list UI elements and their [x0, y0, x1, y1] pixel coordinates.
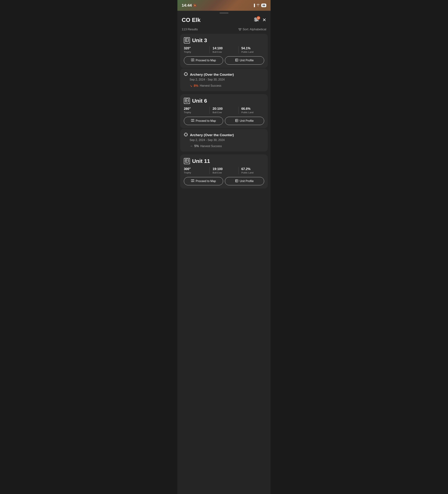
- season-dates-1: Sep 2, 2024 - Sep 30, 2024: [189, 138, 264, 142]
- unit-stat-land-2: 67.2% Public Land: [241, 167, 264, 174]
- unit-map-icon-2: [184, 158, 190, 164]
- season-title-0: Archery (Over the Counter): [190, 73, 234, 77]
- svg-point-1: [255, 18, 256, 19]
- harvest-pct-1: 5%: [194, 144, 199, 148]
- harvest-row-1: → 5% Harvest Success: [189, 144, 264, 148]
- map-background: 14:44 🔕 ▐ 88: [177, 0, 271, 11]
- unit-stat-trophy-1: 280" Trophy: [184, 107, 207, 114]
- map-btn-icon-0: [191, 59, 194, 62]
- svg-marker-40: [191, 179, 194, 182]
- status-right: ▐ 88: [253, 4, 266, 7]
- season-header-0: Archery (Over the Counter): [184, 72, 264, 77]
- unit-actions-0: Proceed to Map Unit Profile: [184, 56, 264, 65]
- unit-actions-2: Proceed to Map Unit Profile: [184, 177, 264, 186]
- harvest-pct-0: 8%: [194, 84, 198, 88]
- proceed-btn-label-0: Proceed to Map: [196, 59, 216, 62]
- harvest-row-0: ↘ 8% Harvest Success: [189, 84, 264, 88]
- unit-stat-trophy-2: 300" Trophy: [184, 167, 207, 174]
- app-content: CO Elk 12 ✕ 113 R: [177, 13, 271, 494]
- harvest-trend-icon-0: ↘: [189, 84, 192, 88]
- unit-stat-bullcow-0: 14:100 Bull:Cow: [212, 47, 235, 53]
- season-dates-0: Sep 2, 2024 - Sep 30, 2024: [189, 78, 264, 81]
- filter-button[interactable]: 12: [254, 18, 259, 23]
- unit-stat-trophy-0: 320" Trophy: [184, 47, 207, 53]
- unit-card-1: Unit 6 280" Trophy 20:100 Bull:Cow: [180, 94, 268, 128]
- unit-name-1: Unit 6: [192, 98, 207, 104]
- page-title: CO Elk: [182, 17, 200, 23]
- bell-icon: 🔕: [193, 4, 197, 7]
- unit-stat-land-0: 54.1% Public Land: [241, 47, 264, 53]
- header: CO Elk 12 ✕: [177, 13, 271, 26]
- profile-btn-icon-2: [235, 179, 238, 183]
- svg-point-5: [255, 20, 257, 21]
- unit-stat-bullcow-1: 20:100 Bull:Cow: [212, 107, 235, 114]
- harvest-label-1: Harvest Success: [200, 145, 222, 148]
- filter-badge: 12: [257, 16, 260, 20]
- close-button[interactable]: ✕: [262, 17, 266, 23]
- status-time: 14:44 🔕: [182, 3, 197, 8]
- unit-stat-bullcow-2: 19:100 Bull:Cow: [212, 167, 235, 174]
- unit-stats-1: 280" Trophy 20:100 Bull:Cow 66.6% Public…: [184, 107, 264, 114]
- unit-title-row-1: Unit 6: [184, 98, 264, 104]
- unit-card-0: Unit 3 320" Trophy 14:100 Bull:Cow: [180, 34, 268, 68]
- unit-header-1: Unit 6 280" Trophy 20:100 Bull:Cow: [180, 94, 268, 128]
- scroll-content: Unit 3 320" Trophy 14:100 Bull:Cow: [177, 34, 271, 195]
- unit-stats-2: 300" Trophy 19:100 Bull:Cow 67.2% Public…: [184, 167, 264, 174]
- profile-btn-icon-1: [235, 119, 238, 123]
- profile-btn-label-1: Unit Profile: [240, 119, 254, 123]
- profile-btn-icon-0: [235, 59, 238, 62]
- results-count: 113 Results: [182, 28, 198, 31]
- map-btn-icon-1: [191, 119, 194, 123]
- battery-label: 88: [261, 4, 266, 7]
- results-bar: 113 Results Sort: Alphabetical: [177, 26, 271, 34]
- svg-marker-12: [191, 59, 194, 61]
- harvest-label-0: Harvest Success: [200, 84, 221, 87]
- season-card-1: Archery (Over the Counter) Sep 2, 2024 -…: [180, 129, 268, 152]
- proceed-btn-label-2: Proceed to Map: [196, 180, 216, 183]
- archery-icon-0: [184, 72, 188, 77]
- unit-profile-button-0[interactable]: Unit Profile: [225, 56, 264, 65]
- unit-card-2: Unit 11 300" Trophy 19:100 Bull:Cow: [180, 154, 268, 188]
- phone-wrapper: 14:44 🔕 ▐ 88 CO Elk: [177, 0, 271, 494]
- proceed-btn-label-1: Proceed to Map: [196, 119, 216, 123]
- time-label: 14:44: [182, 3, 192, 8]
- unit-stats-0: 320" Trophy 14:100 Bull:Cow 54.1% Public…: [184, 46, 264, 53]
- unit-profile-button-2[interactable]: Unit Profile: [225, 177, 264, 185]
- unit-actions-1: Proceed to Map Unit Profile: [184, 117, 264, 126]
- signal-icon: ▐: [253, 4, 255, 7]
- map-btn-icon-2: [191, 179, 194, 183]
- unit-title-row-0: Unit 3: [184, 37, 264, 43]
- unit-name-0: Unit 3: [192, 37, 207, 43]
- unit-map-icon-1: [184, 98, 190, 104]
- season-header-1: Archery (Over the Counter): [184, 133, 264, 137]
- season-card-0: Archery (Over the Counter) Sep 2, 2024 -…: [180, 69, 268, 91]
- unit-map-icon-0: [184, 37, 190, 43]
- profile-btn-label-2: Unit Profile: [240, 180, 254, 183]
- sheet-handle-area: [177, 11, 271, 13]
- svg-marker-26: [191, 119, 194, 122]
- sheet-handle: [220, 12, 228, 13]
- proceed-to-map-button-2[interactable]: Proceed to Map: [184, 177, 223, 185]
- unit-name-2: Unit 11: [192, 158, 210, 164]
- header-actions: 12 ✕: [254, 17, 266, 23]
- unit-title-row-2: Unit 11: [184, 158, 264, 164]
- status-bar: 14:44 🔕 ▐ 88: [177, 0, 271, 11]
- wifi-icon: [256, 4, 260, 7]
- unit-header-0: Unit 3 320" Trophy 14:100 Bull:Cow: [180, 34, 268, 68]
- unit-header-2: Unit 11 300" Trophy 19:100 Bull:Cow: [180, 154, 268, 188]
- unit-profile-button-1[interactable]: Unit Profile: [225, 117, 264, 125]
- proceed-to-map-button-0[interactable]: Proceed to Map: [184, 56, 223, 65]
- sort-label: Sort: Alphabetical: [238, 28, 266, 31]
- unit-stat-land-1: 66.6% Public Land: [241, 107, 264, 114]
- season-title-1: Archery (Over the Counter): [190, 133, 234, 137]
- profile-btn-label-0: Unit Profile: [240, 59, 254, 62]
- proceed-to-map-button-1[interactable]: Proceed to Map: [184, 117, 223, 125]
- harvest-trend-icon-1: →: [189, 144, 193, 148]
- archery-icon-1: [184, 133, 188, 137]
